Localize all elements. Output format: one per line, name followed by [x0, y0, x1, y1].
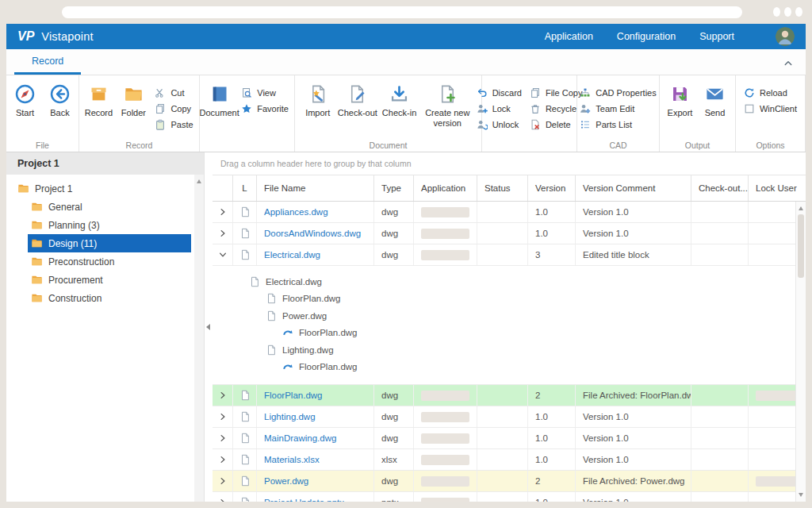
column-header-lock-user[interactable]: Lock User: [749, 175, 806, 201]
chevron-right-icon[interactable]: [218, 433, 228, 443]
file-name-link[interactable]: Electrical.dwg: [264, 250, 320, 260]
expand-cell[interactable]: [213, 223, 233, 244]
column-header-file-name[interactable]: File Name: [257, 175, 374, 201]
tree-item-design-11[interactable]: Design (11): [6, 234, 191, 252]
expand-cell[interactable]: [213, 471, 233, 491]
expand-cell[interactable]: [213, 202, 233, 222]
check-out-button[interactable]: Check-out: [335, 81, 380, 121]
copy-button[interactable]: Copy: [151, 102, 197, 116]
winclient-button[interactable]: WinClient: [740, 102, 801, 116]
column-header-expand[interactable]: [213, 175, 233, 201]
column-header-version-comment[interactable]: Version Comment: [576, 175, 691, 201]
expand-cell[interactable]: [213, 492, 233, 502]
scroll-up-icon[interactable]: [799, 206, 803, 210]
tab-record[interactable]: Record: [14, 49, 81, 75]
file-name-link[interactable]: Appliances.dwg: [264, 207, 328, 217]
chevron-down-icon[interactable]: [218, 250, 228, 260]
column-header-l[interactable]: L: [233, 175, 257, 201]
unlock-button[interactable]: Unlock: [473, 117, 526, 132]
back-button[interactable]: Back: [43, 81, 78, 121]
column-header-check-out[interactable]: Check-out...: [691, 175, 749, 201]
chevron-up-icon[interactable]: [783, 57, 793, 67]
folder-button[interactable]: Folder: [116, 81, 151, 121]
grid-row-electrical-dwg[interactable]: Electrical.dwgdwg3Edited title block: [213, 244, 806, 266]
nav-application[interactable]: Application: [545, 31, 593, 42]
grid-row-maindrawing-dwg[interactable]: MainDrawing.dwgdwg1.0Version 1.0: [213, 428, 806, 449]
favorite-button[interactable]: Favorite: [237, 102, 293, 116]
tree-item-construction[interactable]: Construction: [6, 289, 191, 307]
file-name-link[interactable]: MainDrawing.dwg: [264, 433, 336, 443]
scroll-up-icon[interactable]: [197, 179, 201, 183]
expand-cell[interactable]: [213, 428, 233, 448]
reload-button[interactable]: Reload: [740, 86, 801, 100]
scroll-down-icon[interactable]: [799, 493, 803, 497]
panel-splitter[interactable]: [205, 152, 213, 502]
expand-cell[interactable]: [213, 449, 233, 470]
expand-cell[interactable]: [213, 244, 233, 265]
nav-configuration[interactable]: Configuration: [617, 31, 676, 42]
paste-button[interactable]: Paste: [151, 117, 197, 132]
detail-tree-item[interactable]: FloorPlan.dwg: [213, 359, 806, 376]
expand-cell[interactable]: [213, 385, 233, 406]
tree-item-preconstruction[interactable]: Preconstruction: [6, 252, 191, 271]
tree-item-project-1[interactable]: Project 1: [6, 179, 191, 198]
file-name-link[interactable]: DoorsAndWindows.dwg: [264, 229, 361, 238]
url-bar[interactable]: [62, 6, 742, 18]
discard-button[interactable]: Discard: [473, 86, 526, 100]
grid-row-appliances-dwg[interactable]: Appliances.dwgdwg1.0Version 1.0: [213, 202, 806, 223]
grid-row-project-update-pptx[interactable]: Project Update.pptxpptx1.0Version 1.0: [213, 492, 806, 502]
tree-item-row: Project 1: [14, 179, 191, 198]
cad-properties-button[interactable]: CAD Properties: [576, 86, 660, 100]
chevron-right-icon[interactable]: [218, 229, 228, 238]
file-name-link[interactable]: Materials.xlsx: [264, 455, 320, 464]
scrollbar-thumb[interactable]: [798, 214, 804, 278]
view-button[interactable]: View: [237, 86, 293, 100]
grid-row-power-dwg[interactable]: Power.dwgdwg2File Archived: Power.dwg: [213, 471, 806, 492]
detail-tree-item[interactable]: FloorPlan.dwg: [213, 291, 806, 308]
grid-row-floorplan-dwg[interactable]: FloorPlan.dwgdwg2File Archived: FloorPla…: [213, 385, 806, 406]
collapse-panel-icon[interactable]: [206, 324, 210, 330]
chevron-right-icon[interactable]: [218, 476, 228, 486]
grid-row-lighting-dwg[interactable]: Lighting.dwgdwg1.0Version 1.0: [213, 406, 806, 428]
column-header-status[interactable]: Status: [477, 175, 528, 201]
document-button[interactable]: Document: [201, 81, 237, 121]
tree-item-general[interactable]: General: [6, 198, 191, 216]
tree-item-planning-3[interactable]: Planning (3): [6, 216, 191, 234]
chevron-right-icon[interactable]: [218, 412, 228, 421]
send-button[interactable]: Send: [698, 81, 733, 121]
column-header-version[interactable]: Version: [528, 175, 576, 201]
chevron-right-icon[interactable]: [218, 498, 228, 502]
expand-cell[interactable]: [213, 406, 233, 427]
column-header-type[interactable]: Type: [374, 175, 414, 201]
sidebar-scrollbar[interactable]: [194, 175, 204, 502]
browser-menu-dots[interactable]: [773, 7, 802, 17]
detail-tree-item[interactable]: FloorPlan.dwg: [213, 325, 806, 342]
cut-button[interactable]: Cut: [151, 86, 197, 100]
file-name-link[interactable]: Power.dwg: [264, 476, 308, 486]
lock-button[interactable]: Lock: [473, 102, 526, 116]
detail-tree-item[interactable]: Electrical.dwg: [213, 273, 806, 291]
file-name-link[interactable]: Lighting.dwg: [264, 412, 316, 421]
grid-row-doorsandwindows-dwg[interactable]: DoorsAndWindows.dwgdwg1.0Version 1.0: [213, 223, 806, 244]
chevron-right-icon[interactable]: [218, 207, 228, 217]
team-edit-button[interactable]: Team Edit: [576, 102, 660, 116]
file-name-link[interactable]: Project Update.pptx: [264, 498, 344, 502]
grid-row-materials-xlsx[interactable]: Materials.xlsxxlsx1.0Version 1.0: [213, 449, 806, 471]
export-button[interactable]: Export: [663, 81, 698, 121]
detail-tree-item[interactable]: Lighting.dwg: [213, 341, 806, 359]
import-button[interactable]: Import: [301, 81, 335, 121]
chevron-right-icon[interactable]: [218, 391, 228, 400]
file-name-link[interactable]: FloorPlan.dwg: [264, 391, 323, 400]
check-in-button[interactable]: Check-in: [380, 81, 419, 121]
parts-list-button[interactable]: Parts List: [576, 117, 660, 132]
record-button[interactable]: Record: [81, 81, 116, 121]
detail-tree-item[interactable]: Power.dwg: [213, 307, 806, 325]
create-new-version-button[interactable]: Create new version: [419, 81, 476, 130]
tree-item-procurement[interactable]: Procurement: [6, 271, 191, 289]
start-button[interactable]: Start: [8, 81, 43, 121]
user-avatar[interactable]: [776, 27, 795, 46]
grid-scrollbar[interactable]: [795, 202, 806, 502]
column-header-application[interactable]: Application: [414, 175, 477, 201]
chevron-right-icon[interactable]: [218, 455, 228, 464]
nav-support[interactable]: Support: [699, 31, 734, 42]
